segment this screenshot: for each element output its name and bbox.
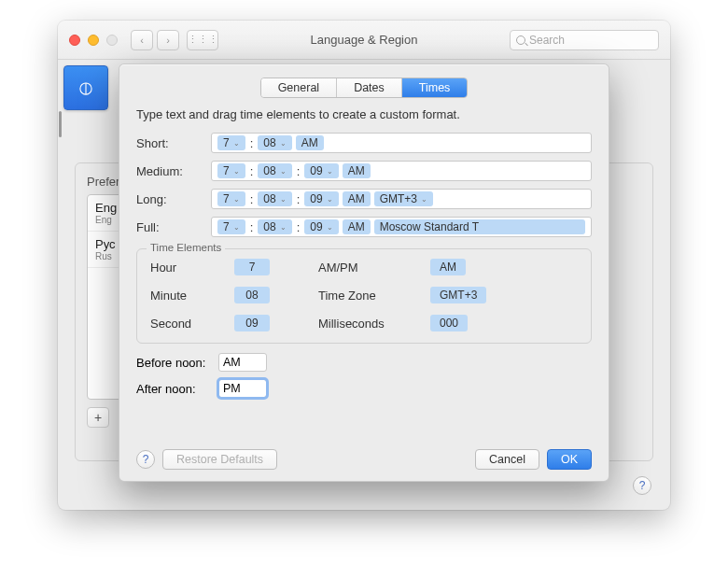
tz-chip[interactable]: Moscow Standard T [374,219,585,234]
te-chip-ms[interactable]: 000 [430,315,468,331]
tab-times[interactable]: Times [402,78,468,97]
chevron-down-icon: ⌄ [233,139,240,148]
medium-format-field[interactable]: 7⌄ : 08⌄ : 09⌄ AM [211,161,592,181]
after-noon-input[interactable] [218,379,267,398]
sheet-footer: ? Restore Defaults Cancel OK [136,440,592,470]
toolbar-grid: ⋮⋮⋮ [187,30,218,50]
toolbar-nav: ‹ › [131,30,179,50]
traffic-lights [69,35,118,46]
ampm-chip[interactable]: AM [343,219,371,234]
chevron-down-icon: ⌄ [327,167,333,176]
short-format-field[interactable]: 7⌄ : 08⌄ AM [211,133,592,153]
search-field[interactable]: Search [510,30,659,50]
window-title: Language & Region [311,33,418,47]
show-all-button[interactable]: ⋮⋮⋮ [187,30,218,50]
chevron-down-icon: ⌄ [233,223,240,232]
chevron-down-icon: ⌄ [327,223,333,232]
times-sheet: General Dates Times Type text and drag t… [119,63,609,482]
ampm-chip[interactable]: AM [296,135,324,150]
long-format-field[interactable]: 7⌄ : 08⌄ : 09⌄ AM GMT+3⌄ [211,189,592,209]
titlebar: ‹ › ⋮⋮⋮ Language & Region Search [58,21,670,60]
te-label-ms: Milliseconds [318,317,412,331]
label-short: Short: [136,136,211,150]
minute-chip[interactable]: 08⌄ [258,191,291,206]
te-chip-minute[interactable]: 08 [234,287,270,303]
te-label-second: Second [150,317,216,331]
full-format-field[interactable]: 7⌄ : 08⌄ : 09⌄ AM Moscow Standard T [211,217,592,237]
ok-button[interactable]: OK [547,449,592,470]
sheet-help-button[interactable]: ? [136,450,155,469]
ampm-chip[interactable]: AM [343,191,371,206]
te-label-hour: Hour [150,261,216,275]
chevron-down-icon: ⌄ [233,195,240,204]
hour-chip[interactable]: 7⌄ [217,219,245,234]
instruction-text: Type text and drag time elements to crea… [136,107,592,121]
cancel-button[interactable]: Cancel [475,449,539,470]
second-chip[interactable]: 09⌄ [304,219,338,234]
minute-chip[interactable]: 08⌄ [258,135,291,150]
forward-button[interactable]: › [157,30,179,50]
tz-chip[interactable]: GMT+3⌄ [374,191,433,206]
te-chip-tz[interactable]: GMT+3 [430,287,486,303]
before-noon-input[interactable] [218,353,267,372]
fieldset-legend: Time Elements [147,242,225,253]
hour-chip[interactable]: 7⌄ [217,135,245,150]
label-full: Full: [136,220,211,234]
search-icon [516,35,525,45]
time-elements-grid: Hour 7 AM/PM AM Minute 08 Time Zone GMT+… [150,259,578,331]
label-medium: Medium: [136,164,211,178]
chevron-down-icon: ⌄ [280,195,287,204]
format-tabs: General Dates Times [260,78,469,98]
language-region-icon: ⦶ [63,65,108,110]
te-label-tz: Time Zone [318,289,412,303]
chevron-down-icon: ⌄ [280,139,287,148]
restore-defaults-button[interactable]: Restore Defaults [162,449,277,470]
label-long: Long: [136,192,211,206]
after-noon-label: After noon: [136,382,218,396]
tab-general[interactable]: General [261,78,337,97]
chevron-down-icon: ⌄ [280,167,287,176]
tab-dates[interactable]: Dates [337,78,402,97]
minimize-window-button[interactable] [88,35,99,46]
format-grid: Short: 7⌄ : 08⌄ AM Medium: 7⌄ : 08⌄ : 09… [136,133,592,237]
chevron-down-icon: ⌄ [280,223,287,232]
te-chip-second[interactable]: 09 [234,315,270,331]
help-button[interactable]: ? [633,476,651,495]
fullscreen-window-button [106,35,118,46]
second-chip[interactable]: 09⌄ [304,163,338,178]
te-label-minute: Minute [150,289,216,303]
te-chip-ampm[interactable]: AM [430,259,466,275]
ampm-chip[interactable]: AM [343,163,371,178]
search-placeholder: Search [529,34,565,47]
add-language-button[interactable]: + [87,407,109,428]
chevron-down-icon: ⌄ [327,195,333,204]
minute-chip[interactable]: 08⌄ [258,219,291,234]
noon-grid: Before noon: After noon: [136,353,592,398]
second-chip[interactable]: 09⌄ [304,191,338,206]
time-elements-fieldset: Time Elements Hour 7 AM/PM AM Minute 08 … [136,248,592,344]
chevron-down-icon: ⌄ [421,195,427,204]
te-chip-hour[interactable]: 7 [234,259,270,275]
hour-chip[interactable]: 7⌄ [217,163,245,178]
close-window-button[interactable] [69,35,80,46]
before-noon-label: Before noon: [136,356,218,370]
te-label-ampm: AM/PM [318,261,412,275]
chevron-down-icon: ⌄ [233,167,240,176]
hour-chip[interactable]: 7⌄ [217,191,245,206]
minute-chip[interactable]: 08⌄ [258,163,291,178]
back-button[interactable]: ‹ [131,30,153,50]
